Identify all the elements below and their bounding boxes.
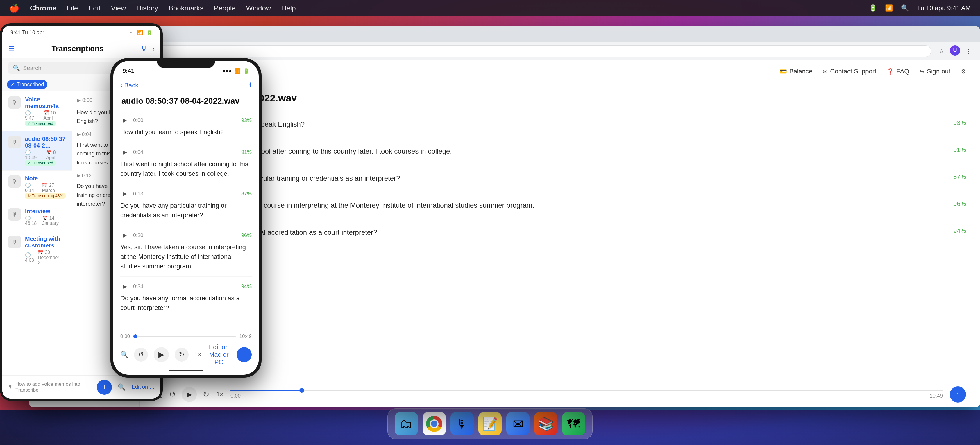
iphone-progress-bar[interactable] (134, 336, 236, 337)
iphone-search-button[interactable]: 🔍 (120, 351, 128, 358)
ipad-item-name-5: Meeting with customers (25, 235, 66, 249)
menubar-bookmarks[interactable]: Bookmarks (169, 4, 204, 12)
ipad-menu-button[interactable]: ☰ (8, 45, 14, 53)
user-avatar[interactable]: U (950, 45, 960, 56)
nav-contact-support[interactable]: ✉ Contact Support (823, 68, 876, 75)
menubar-app-name[interactable]: Chrome (30, 4, 56, 12)
iphone-play-3[interactable]: ▶ (120, 189, 130, 199)
iphone-edit-button[interactable]: Edit on Mac or PC (207, 343, 231, 366)
iphone-controls-2: ▶ 0:04 91% (120, 148, 252, 157)
dock-notes[interactable]: 📝 (478, 412, 502, 435)
nav-signout[interactable]: ↪ Sign out (920, 68, 950, 75)
menubar-view[interactable]: View (111, 4, 126, 12)
iphone-controls-1: ▶ 0:00 93% (120, 116, 252, 125)
menubar-file[interactable]: File (67, 4, 78, 12)
menubar-battery-icon: 🔋 (869, 4, 877, 12)
ipad-wifi: 📶 (137, 30, 143, 35)
ipad-edit-button[interactable]: Edit on … (132, 384, 154, 390)
iphone-controls-4: ▶ 0:20 96% (120, 230, 252, 240)
menubar-help[interactable]: Help (281, 4, 296, 12)
nav-balance[interactable]: 💳 Balance (780, 68, 813, 75)
ipad-audio-icon-3: 🎙 (8, 175, 21, 188)
transcript-item-2: ▶ 0:04 I first went to night school afte… (153, 138, 966, 165)
ipad-search-button[interactable]: 🔍 (115, 381, 128, 394)
menubar-clock: Tu 10 apr. 9:41 AM (917, 4, 971, 12)
iphone-transcript-list: ▶ 0:00 93% How did you learn to speak En… (113, 110, 259, 331)
ipad-detail-play[interactable]: ▶ 0:00 (77, 96, 92, 105)
iphone-skip-back[interactable]: ↺ (134, 348, 148, 362)
iphone-play-button[interactable]: ▶ (154, 347, 169, 362)
menubar-window[interactable]: Window (246, 4, 271, 12)
ipad-back-button[interactable]: ‹ (152, 45, 154, 53)
transcript-text-5: Do you have any formal accreditation as … (192, 227, 939, 238)
dock-finder[interactable]: 🗂 (395, 412, 418, 435)
ipad-statusbar: 9:41 Tu 10 apr. ··· 📶 🔋 (2, 25, 161, 40)
browser-toolbar: ‹ › ↻ 🔒 transcribe.com ☆ U ⋮ (29, 43, 980, 60)
ipad-item-interview[interactable]: 🎙 Interview 🕐 46:18📅 14 January (2, 203, 72, 231)
share-button[interactable]: ↑ (950, 386, 966, 402)
ipad-filter-transcribed[interactable]: ✓ Transcribed (7, 80, 48, 89)
player-play-button[interactable]: ▶ (181, 387, 197, 402)
detail-header: audio 08:50:37 08-04-2022.wav (140, 83, 980, 111)
iphone-play-1[interactable]: ▶ (120, 116, 130, 125)
ipad-play-2[interactable]: ▶ 0:04 (77, 130, 92, 138)
iphone-conf-5: 94% (241, 283, 252, 289)
ipad-item-meta-2: 🕐 10:49📅 8 April (25, 149, 66, 161)
iphone-share-button[interactable]: ↑ (237, 347, 252, 362)
ipad-item-note[interactable]: 🎙 Note 🕐 0:14📅 27 March ↻ Transcribing 4… (2, 170, 72, 203)
iphone-signal-icon: ●●● (222, 68, 232, 75)
skip-forward-button[interactable]: ↻ (202, 389, 209, 399)
dock-mail[interactable]: ✉ (506, 412, 530, 435)
iphone-play-5[interactable]: ▶ (120, 282, 130, 291)
address-bar[interactable]: 🔒 transcribe.com (84, 45, 931, 57)
chrome-icon (426, 416, 442, 432)
dock-transcribe[interactable]: 🎙 (450, 412, 474, 435)
ipad-item-audio08[interactable]: 🎙 audio 08:50:37 08-04-2… 🕐 10:49📅 8 Apr… (2, 131, 72, 170)
dock-books[interactable]: 📚 (534, 412, 557, 435)
nav-contact-label: Contact Support (830, 68, 876, 75)
skip-back-button[interactable]: ↺ (169, 389, 176, 399)
ipad-mic-button[interactable]: 🎙 (141, 45, 148, 53)
menubar-people[interactable]: People (214, 4, 236, 12)
hint-text: How to add voice memos into Transcribe (15, 381, 93, 393)
ipad-item-info-4: Interview 🕐 46:18📅 14 January (25, 208, 66, 226)
ipad-item-voice[interactable]: 🎙 Voice memos.m4a 🕐 5:47📅 10 April ✓ Tra… (2, 92, 72, 131)
dock-chrome[interactable] (423, 412, 446, 435)
menu-button[interactable]: ⋮ (963, 45, 974, 57)
nav-faq[interactable]: ❓ FAQ (887, 68, 909, 75)
ipad-item-name-2: audio 08:50:37 08-04-2… (25, 136, 66, 149)
iphone-progress-start: 0:00 (120, 334, 130, 339)
iphone-play-4[interactable]: ▶ (120, 230, 130, 240)
apple-menu[interactable]: 🍎 (9, 3, 19, 13)
ipad-audio-icon-2: 🎙 (8, 136, 21, 148)
iphone-conf-3: 87% (241, 191, 252, 197)
iphone-play-2[interactable]: ▶ (120, 148, 130, 157)
menubar-search-icon[interactable]: 🔍 (901, 4, 909, 12)
iphone-navbar: ‹ Back ℹ (113, 77, 259, 94)
iphone-skip-forward[interactable]: ↻ (175, 348, 189, 362)
signout-icon: ↪ (920, 68, 924, 75)
progress-bar[interactable] (231, 389, 943, 391)
search-placeholder: Search (23, 65, 41, 72)
menubar-edit[interactable]: Edit (88, 4, 100, 12)
player-speed[interactable]: 1× (216, 391, 223, 398)
iphone-info-button[interactable]: ℹ (249, 82, 252, 89)
iphone-time-3: 0:13 (133, 191, 143, 197)
iphone-text-1: How did you learn to speak English? (120, 127, 252, 137)
iphone-time-2: 0:04 (133, 149, 143, 156)
confidence-5: 94% (948, 227, 966, 235)
dock-maps[interactable]: 🗺 (562, 412, 585, 435)
ipad-item-meeting[interactable]: 🎙 Meeting with customers 🕐 4:03📅 30 Dece… (2, 231, 72, 270)
menubar-history[interactable]: History (136, 4, 158, 12)
ipad-add-button[interactable]: + (97, 380, 112, 395)
nav-balance-label: Balance (789, 68, 813, 75)
iphone-transcript-item-4: ▶ 0:20 96% Yes, sir. I have taken a cour… (120, 226, 252, 277)
iphone-back-button[interactable]: ‹ Back (120, 82, 138, 89)
ipad-play-3[interactable]: ▶ 0:13 (77, 172, 92, 180)
iphone-time: 9:41 (123, 68, 134, 75)
ipad-audio-icon-4: 🎙 (8, 208, 21, 221)
back-chevron-icon: ‹ (120, 82, 123, 89)
iphone-speed-label[interactable]: 1× (194, 351, 201, 358)
bookmark-button[interactable]: ☆ (936, 45, 947, 57)
nav-settings[interactable]: ⚙ (961, 68, 966, 75)
